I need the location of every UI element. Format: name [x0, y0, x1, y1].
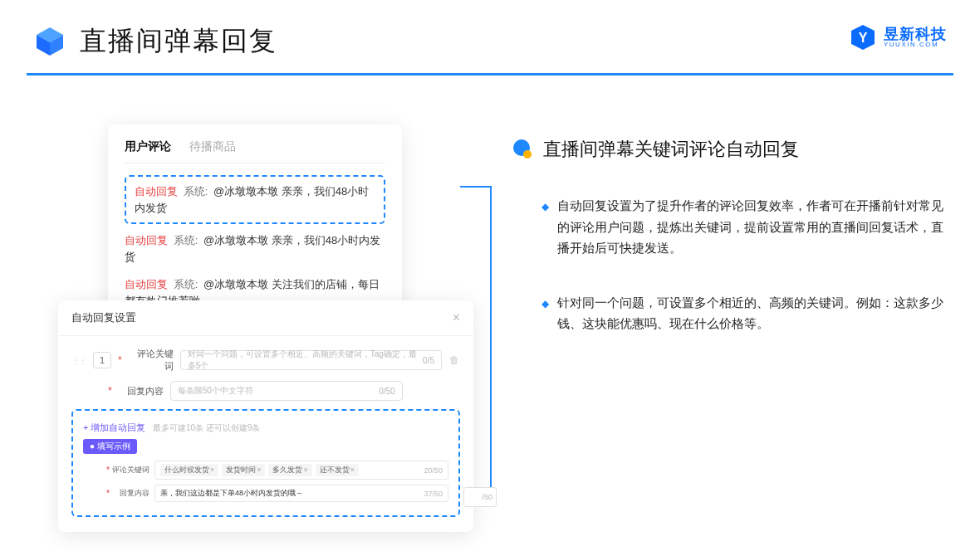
example-box: + 增加自动回复 最多可建10条 还可以创建9条 ● 填写示例 * 评论关键词 …	[71, 409, 460, 517]
diamond-icon: ◆	[541, 198, 549, 259]
brand-name-en: YUUXIN.COM	[884, 41, 947, 48]
close-icon[interactable]: ×	[453, 310, 460, 325]
reply-row: * 回复内容 每条限50个中文字符 0/50	[108, 381, 460, 401]
svg-text:Y: Y	[859, 31, 868, 45]
example-reply-input[interactable]: 亲，我们这边都是下单48小时内发货的哦～ 37/50	[154, 485, 448, 502]
brand-name-cn: 昱新科技	[884, 27, 947, 41]
page-title: 直播间弹幕回复	[80, 23, 277, 60]
example-pill: ● 填写示例	[83, 439, 137, 454]
chip: 什么时候发货×	[160, 464, 218, 476]
diamond-icon: ◆	[541, 295, 549, 334]
section-heading: 直播间弹幕关键词评论自动回复	[512, 137, 943, 162]
tab-user-comments[interactable]: 用户评论	[125, 139, 171, 154]
brand-logo: Y 昱新科技 YUUXIN.COM	[849, 23, 947, 51]
add-note: 最多可建10条 还可以创建9条	[153, 423, 260, 432]
section-title: 直播间弹幕关键词评论自动回复	[543, 137, 799, 162]
comments-tabs: 用户评论 待播商品	[125, 139, 385, 163]
dot-icon	[512, 139, 533, 160]
keyword-row: ⋮⋮ 1 * 评论关键词 对同一个问题，可设置多个相近、高频的关键词，Tag确定…	[71, 348, 460, 373]
reply-label: 回复内容	[119, 385, 164, 397]
example-keyword-row: * 评论关键词 什么时候发货× 发货时间× 多久发货× 还不发货× 20/50	[106, 461, 448, 480]
example-reply-row: * 回复内容 亲，我们这边都是下单48小时内发货的哦～ 37/50	[106, 485, 448, 502]
comment-line: 自动回复 系统: @冰墩墩本墩 亲亲，我们48小时内发货	[125, 232, 385, 265]
add-auto-reply-link[interactable]: + 增加自动回复	[83, 422, 145, 432]
delete-icon[interactable]: 🗑	[448, 354, 460, 366]
reply-input[interactable]: 每条限50个中文字符 0/50	[170, 381, 403, 401]
cube-icon	[33, 25, 66, 58]
chip: 多久发货×	[268, 464, 311, 476]
index-badge: 1	[93, 352, 111, 368]
bullet-1: ◆ 自动回复设置为了提升作者的评论回复效率，作者可在开播前针对常见的评论用户问题…	[512, 195, 943, 259]
example-keyword-input[interactable]: 什么时候发货× 发货时间× 多久发货× 还不发货× 20/50	[154, 461, 448, 480]
highlighted-comment: 自动回复 系统: @冰墩墩本墩 亲亲，我们48小时内发货	[125, 175, 385, 224]
svg-point-6	[523, 150, 532, 158]
chip: 还不发货×	[316, 464, 359, 476]
keyword-label: 评论关键词	[129, 348, 174, 373]
tab-pending-goods[interactable]: 待播商品	[189, 139, 236, 154]
chip: 发货时间×	[222, 464, 265, 476]
ghost-count: /50	[463, 487, 497, 507]
keyword-input[interactable]: 对同一个问题，可设置多个相近、高频的关键词，Tag确定，最多5个 0/5	[180, 350, 442, 370]
required-dot: *	[118, 354, 122, 366]
auto-reply-settings-panel: 自动回复设置 × ⋮⋮ 1 * 评论关键词 对同一个问题，可设置多个相近、高频的…	[58, 300, 473, 532]
auto-reply-tag: 自动回复	[135, 185, 178, 197]
bullet-2: ◆ 针对同一个问题，可设置多个相近的、高频的关键词。例如：这款多少钱、这块能优惠…	[512, 292, 943, 334]
settings-title: 自动回复设置	[71, 310, 136, 325]
header-divider	[27, 73, 953, 76]
comments-panel: 用户评论 待播商品 自动回复 系统: @冰墩墩本墩 亲亲，我们48小时内发货 自…	[108, 124, 402, 329]
system-tag: 系统:	[184, 185, 208, 197]
drag-icon[interactable]: ⋮⋮	[71, 356, 86, 365]
